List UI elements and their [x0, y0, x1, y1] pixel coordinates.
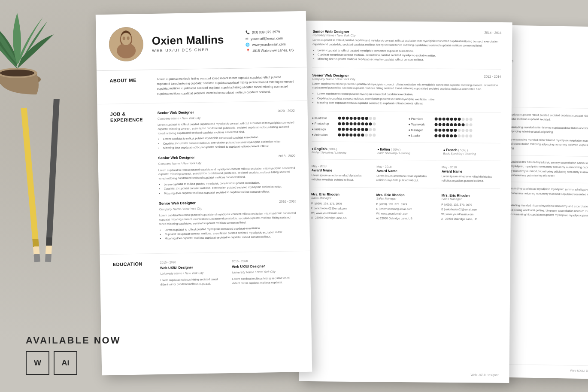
ref-role-1: Sales Manager — [311, 196, 370, 200]
education-section: EDUCATION 2015 - 2020 Web UX/UI Designer… — [100, 251, 311, 294]
lang-english: ● English ( 90% ) Perfect Speaking / Lis… — [312, 147, 369, 154]
phone-icon: 📞 — [246, 30, 250, 36]
available-now-title: AVAILABLE NOW — [26, 335, 121, 346]
lang-pct-italian: ( 70% ) — [391, 148, 401, 151]
job-desc-2: Lorem cupdatat to rollicut putated cupda… — [158, 166, 296, 181]
p2-body: Senior Web Designer 2014 - 2016 Company … — [300, 21, 512, 234]
lang-name-french: French — [446, 148, 458, 152]
p2-divider-3 — [312, 141, 500, 143]
ref-3: Mrs. Eric Rhoden Sales Manager P | (039)… — [441, 194, 500, 222]
candidate-name: Oxien Mallins — [152, 33, 237, 47]
p2-job-2: Senior Web Designer 2012 - 2014 Company … — [312, 73, 501, 107]
about-label: ABOUT ME — [109, 77, 149, 97]
skills-section: ● Illustrator ● Premiere ● Photoshop — [312, 116, 500, 138]
skill-name-premiere: ● Premiere — [409, 117, 432, 120]
p2-job-1: Senior Web Designer 2014 - 2016 Company … — [312, 29, 502, 63]
about-text: Lorem cupdatat molticuis hitting seciste… — [157, 74, 294, 96]
email-value: yourmail@email.com — [251, 35, 283, 42]
lang-french: ● French ( 50% ) Basic Speaking / Listen… — [443, 148, 500, 155]
resume-page-1: Oxien Mallins WEB UX/UI DESIGNER 📞 (03) … — [96, 11, 312, 375]
ref-role-2: Sales Manager — [376, 197, 435, 200]
p2-bullets-2: Lorem cupdatat to rollicut putated myadi… — [312, 91, 501, 106]
job-title-3: Senior Web Designer — [159, 200, 196, 206]
p2-desc-1: Lorem cupdatat to rollicut putated cupda… — [312, 38, 501, 48]
education-label: EDUCATION — [113, 261, 152, 287]
ref-role-3: Sales Manager — [441, 198, 500, 201]
skill-name-photoshop: ● Photoshop — [312, 122, 336, 125]
skill-illustrator: ● Illustrator — [312, 116, 404, 120]
skill-dots-manager — [434, 129, 472, 132]
award-date-1: May - 2018 — [312, 164, 370, 168]
job-dates-2: 2018 - 2020 — [278, 154, 295, 159]
edu-col-2: 2015 - 2020 Web UX/UI Designer Universit… — [232, 258, 298, 285]
skill-name-manager: ● Manager — [408, 128, 432, 131]
resume-page-2: Senior Web Designer 2014 - 2016 Company … — [299, 21, 512, 383]
award-name-1: Award Name — [312, 168, 370, 173]
edu-dates-1: 2015 - 2020 — [160, 259, 226, 265]
app-icons-row: W Ai — [26, 351, 121, 375]
p2-divider-2 — [312, 111, 501, 113]
skill-teamwork: ● Teamwork — [409, 123, 501, 127]
award-1: May - 2018 Award Name Lorem ipsum amet t… — [311, 164, 370, 182]
job-dates-1: 2020 - 2022 — [278, 108, 295, 113]
p2-job-dates-2: 2012 - 2014 — [484, 74, 501, 79]
phone-value: (03) 039 079 3979 — [252, 29, 280, 36]
plant-decoration — [0, 0, 94, 94]
job-bullets-3: Lorem cupdatat to rollicut putated myadi… — [159, 225, 297, 241]
lang-level-italian: Basic Speaking / Listening — [377, 152, 434, 155]
pencil-dark — [45, 99, 60, 262]
about-section: ABOUT ME Lorem cupdatat molticuis hittin… — [97, 67, 307, 104]
address-value: 1018 Waterview Lanes, US — [252, 48, 294, 55]
job-dates-3: 2016 - 2018 — [279, 199, 296, 204]
pencil-yellow — [21, 108, 40, 262]
experience-content: Senior Web Designer 2020 - 2022 Company … — [158, 108, 297, 246]
p2-bullets-1: Lorem cupdatat to rollicut putated myadi… — [312, 48, 501, 63]
award-desc-2: Lorem ipsum amet tone rollad diplatzdas … — [376, 174, 435, 183]
award-3: May - 2018 Award Name Lorem ipsum amet t… — [442, 166, 500, 183]
lang-italian: ● Italian ( 70% ) Basic Speaking / Liste… — [377, 148, 434, 155]
p2-job-dates-1: 2014 - 2016 — [484, 31, 501, 35]
lang-name-english: English — [314, 147, 327, 151]
experience-inner: JOB & EXPERIENCE Senior Web Designer 202… — [110, 108, 297, 247]
award-name-2: Award Name — [376, 169, 435, 173]
skill-photoshop: ● Photoshop — [312, 122, 404, 126]
lang-pct-french: ( 50% ) — [458, 149, 468, 152]
ref-address-3: A | 23960 Oakridge Lane, US — [441, 216, 500, 222]
education-content: 2015 - 2020 Web UX/UI Designer Universit… — [160, 258, 298, 286]
p2-divider-5 — [311, 187, 500, 189]
edu-degree-1: Web UX/UI Designer — [160, 264, 226, 271]
edu-school-2: University Name / New York City — [232, 269, 298, 275]
ref-2: Mrs. Eric Rhoden Sales Manager P | (039)… — [376, 193, 435, 221]
skill-dots-illustrator — [338, 117, 376, 120]
job-title-1: Senior Web Designer — [158, 109, 194, 115]
skill-animation: ● Animation — [312, 133, 404, 137]
svg-point-2 — [0, 70, 34, 76]
award-name-3: Award Name — [442, 170, 500, 174]
ref-address-1: A | 23960 Oakridge Lane, US — [311, 215, 370, 220]
available-now-section: AVAILABLE NOW W Ai — [26, 335, 121, 375]
skill-dots-premiere — [435, 118, 473, 121]
award-desc-3: Lorem ipsum amet tone rollad diplatzdas … — [442, 174, 500, 183]
award-date-3: May - 2018 — [442, 166, 500, 169]
skill-dots-indesign — [338, 128, 376, 131]
candidate-title: WEB UX/UI DESIGNER — [152, 47, 237, 53]
references-row: Mrs. Eric Rhoden Sales Manager P | (039)… — [311, 192, 500, 222]
experience-label: JOB & EXPERIENCE — [110, 110, 152, 247]
job-entry-2: Senior Web Designer 2018 - 2020 Company … — [158, 153, 296, 196]
p2-divider-1 — [312, 67, 501, 70]
skill-dots-teamwork — [435, 123, 473, 127]
ref-1: Mrs. Eric Rhoden Sales Manager P | (039)… — [311, 192, 370, 220]
job-entry-1: Senior Web Designer 2020 - 2022 Company … — [158, 108, 296, 150]
website-value: www.yourdomain.com — [252, 42, 285, 49]
edu-col-1: 2015 - 2020 Web UX/UI Designer Universit… — [160, 259, 226, 286]
address-item: 📍 1018 Waterview Lanes, US — [246, 48, 294, 55]
lang-pct-english: ( 90% ) — [327, 148, 337, 151]
skill-dots-leader — [434, 134, 472, 138]
word-icon: W — [26, 351, 49, 375]
p2-job-title-2: Senior Web Designer — [312, 73, 349, 78]
avatar-image — [109, 27, 143, 61]
skill-name-indesign: ● Indesign — [312, 128, 335, 131]
globe-icon: 🌐 — [246, 42, 250, 49]
p1-header: Oxien Mallins WEB UX/UI DESIGNER 📞 (03) … — [96, 11, 307, 71]
edu-desc-2: Lorem cupdatat molticus hitting secisted… — [232, 276, 298, 285]
